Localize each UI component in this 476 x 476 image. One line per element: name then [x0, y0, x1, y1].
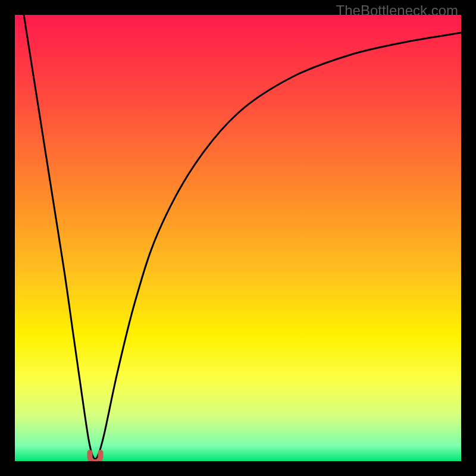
- chart-frame: [15, 15, 461, 461]
- watermark-text: TheBottleneck.com: [336, 2, 458, 19]
- bottleneck-chart: [15, 15, 461, 461]
